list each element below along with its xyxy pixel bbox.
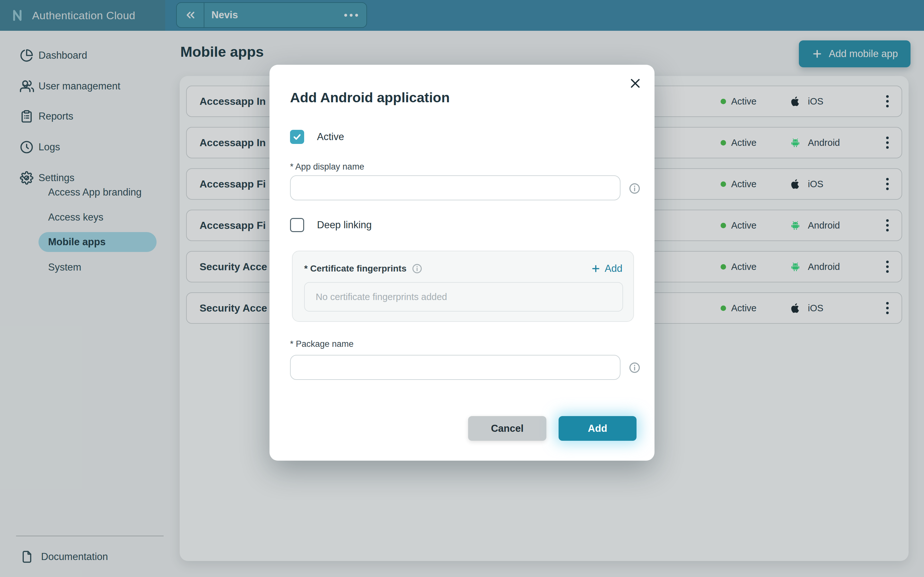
info-icon[interactable]: [628, 182, 641, 195]
cancel-button[interactable]: Cancel: [468, 416, 546, 441]
active-checkbox-row[interactable]: Active: [290, 130, 344, 144]
fingerprint-list-empty: No certificate fingerprints added: [304, 282, 623, 311]
info-icon[interactable]: [628, 362, 641, 374]
add-fingerprint-button[interactable]: Add: [591, 263, 622, 274]
deep-linking-label: Deep linking: [317, 219, 372, 231]
add-fingerprint-label: Add: [605, 263, 622, 274]
active-checkbox-label: Active: [317, 131, 344, 143]
deep-linking-checkbox[interactable]: [290, 218, 304, 232]
info-icon[interactable]: [412, 263, 423, 274]
certificate-fingerprints-panel: * Certificate fingerprints Add No certif…: [292, 251, 634, 322]
app-display-name-label: * App display name: [290, 162, 364, 172]
checkmark-icon: [292, 132, 302, 142]
active-checkbox[interactable]: [290, 130, 304, 144]
fingerprint-placeholder: No certificate fingerprints added: [316, 292, 447, 302]
certificate-fingerprints-header: * Certificate fingerprints Add: [304, 260, 622, 277]
app-root: Authentication Cloud Nevis Dashboard: [0, 0, 924, 577]
add-button[interactable]: Add: [559, 416, 636, 441]
close-icon[interactable]: [628, 76, 642, 90]
package-name-input[interactable]: [290, 355, 620, 380]
add-android-application-dialog: Add Android application Active * App dis…: [270, 65, 654, 461]
plus-icon: [591, 263, 601, 274]
dialog-title: Add Android application: [290, 90, 450, 105]
app-display-name-input[interactable]: [290, 175, 620, 200]
deep-linking-checkbox-row[interactable]: Deep linking: [290, 218, 372, 232]
package-name-label: * Package name: [290, 339, 354, 349]
certificate-fingerprints-label: * Certificate fingerprints: [304, 263, 407, 274]
